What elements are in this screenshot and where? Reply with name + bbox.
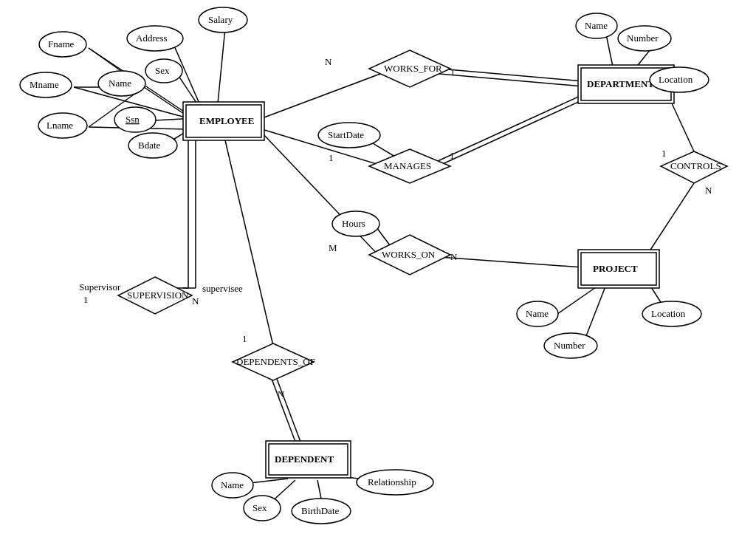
svg-line-11: [218, 28, 225, 103]
salary-label: Salary: [208, 14, 233, 25]
hours-label: Hours: [342, 218, 365, 229]
employee-label: EMPLOYEE: [199, 115, 254, 126]
lname-label: Lname: [47, 120, 73, 131]
svg-line-22: [672, 103, 694, 151]
bdate-label: Bdate: [138, 140, 161, 151]
manages-1-dept: 1: [450, 150, 455, 161]
dep-name-label: Name: [221, 479, 244, 490]
dependent-label: DEPENDENT: [275, 453, 334, 465]
startdate-label: StartDate: [328, 129, 364, 140]
proj-name-label: Name: [526, 308, 549, 319]
works-for-label: WORKS_FOR: [384, 63, 442, 74]
svg-line-19: [262, 133, 380, 257]
works-for-n: N: [325, 56, 332, 67]
supervision-1: 1: [83, 294, 89, 305]
mname-label: Mname: [30, 79, 59, 90]
department-label: DEPARTMENT: [587, 78, 654, 89]
svg-line-12: [262, 74, 380, 118]
supervision-n: N: [192, 295, 199, 307]
controls-1: 1: [662, 148, 667, 159]
manages-label: MANAGES: [384, 160, 431, 171]
ssn-label: Ssn: [126, 114, 140, 125]
works-for-1: 1: [450, 66, 456, 78]
project-label: PROJECT: [593, 263, 638, 274]
address-label: Address: [136, 32, 168, 44]
svg-line-13: [439, 69, 583, 81]
dep-birthdate-label: BirthDate: [301, 505, 339, 516]
dep-sex-label: Sex: [252, 502, 267, 513]
dept-name-label: Name: [585, 20, 608, 31]
controls-n: N: [705, 185, 712, 196]
svg-line-17: [438, 100, 583, 166]
fname-label: Fname: [48, 38, 75, 49]
dependents-of-label: DEPENDENTS_OF: [236, 356, 315, 367]
proj-number-label: Number: [554, 340, 585, 351]
dependents-of-n: N: [278, 388, 285, 400]
manages-1-emp: 1: [329, 152, 334, 163]
supervisee-label: supervisee: [202, 283, 243, 294]
controls-label: CONTROLS: [670, 160, 721, 171]
er-diagram: EMPLOYEE DEPARTMENT PROJECT DEPENDENT WO…: [0, 0, 756, 534]
works-on-m: M: [329, 242, 337, 253]
svg-line-21: [439, 257, 583, 267]
supervision-label: SUPERVISION: [127, 290, 189, 301]
svg-line-28: [583, 287, 605, 343]
dep-relationship-label: Relationship: [368, 476, 416, 487]
svg-line-20: [377, 227, 390, 245]
dept-number-label: Number: [627, 32, 659, 44]
dependents-of-1: 1: [242, 333, 247, 344]
svg-line-34: [225, 140, 273, 346]
proj-location-label: Location: [651, 308, 686, 319]
svg-line-14: [439, 74, 583, 86]
supervisor-label: Supervisor: [79, 281, 121, 292]
svg-line-16: [438, 95, 583, 161]
emp-name-label: Name: [109, 78, 131, 89]
emp-sex-label: Sex: [155, 65, 170, 76]
works-on-label: WORKS_ON: [382, 249, 436, 260]
works-on-n: N: [450, 251, 458, 262]
dept-location-label: Location: [659, 74, 693, 85]
